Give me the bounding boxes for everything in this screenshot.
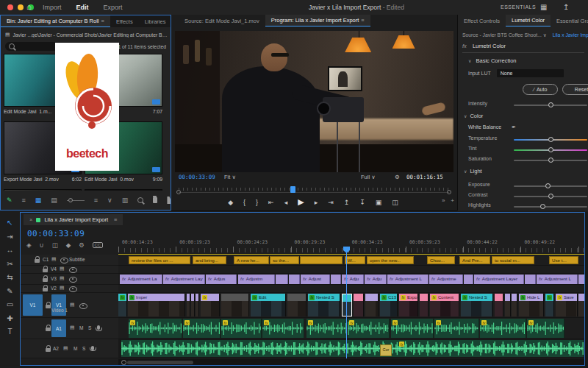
timeline-timecode[interactable]: 00:00:33:09 [27, 229, 85, 238]
lock-track-icon[interactable] [46, 348, 51, 352]
rectangle-tool[interactable]: ▭ [7, 301, 13, 308]
subtitle-clip[interactable]: A new he... [234, 256, 269, 264]
scroll-knob[interactable] [121, 360, 126, 365]
video-clip[interactable]: fxHide L [519, 294, 544, 316]
video-clip[interactable] [221, 294, 249, 316]
video-clip[interactable] [342, 294, 352, 316]
video-clip[interactable]: fxExpo [399, 294, 418, 316]
tab-source-monitor[interactable]: Source: Edit Mode Javi_1.mov [179, 15, 265, 26]
lumetri-sequence-link[interactable]: Lila x Javier Import Export [553, 32, 588, 38]
video-clip[interactable]: fxNested S [461, 294, 493, 316]
scrub-right-handle[interactable] [447, 190, 451, 194]
adjustment-layer-clip[interactable]: fxAdjustment L [387, 275, 429, 284]
program-timecode[interactable]: 00:00:33:09 [179, 174, 215, 180]
new-bin-icon[interactable] [153, 197, 157, 203]
clip-name[interactable]: Edit Mode Javi_1.m... [4, 109, 51, 114]
reset-button[interactable]: Reset [562, 84, 588, 95]
tab-lumetri-color[interactable]: Lumetri Color [506, 15, 551, 26]
video-clip[interactable] [354, 294, 364, 316]
adjustment-layer-clip[interactable] [276, 275, 288, 284]
selection-tool[interactable]: ↖ [7, 219, 12, 227]
subtitle-clip[interactable]: and bring... [193, 256, 226, 264]
type-tool[interactable]: T [7, 328, 12, 336]
tab-essential-graphics[interactable]: Essential Graphics [551, 15, 588, 26]
music-audio-clip[interactable]: fxCor [121, 340, 584, 357]
mark-in-icon[interactable]: { [243, 199, 245, 206]
sort-chevron-icon[interactable]: ∨ [107, 197, 112, 204]
track-badge-v4[interactable]: V4 [51, 266, 57, 272]
video-clip[interactable]: fxContent [430, 294, 459, 316]
section-color[interactable]: ∨Color [464, 113, 483, 119]
workspace-label[interactable]: ESSENTIALS [501, 4, 536, 10]
section-basic-correction[interactable]: ∨ Basic Correction [468, 57, 517, 64]
target-track-a1[interactable]: A1 [51, 319, 66, 337]
track-meta-icon[interactable]: ▤ [51, 256, 56, 262]
sequence-tab[interactable]: × Lila x Javier Import Export ≡ [24, 214, 123, 225]
adjustment-layer-clip[interactable]: fxAdjust [301, 275, 330, 284]
temperature-slider-thumb[interactable] [548, 137, 553, 142]
adjustment-layer-clip[interactable]: fxAdjustment La [120, 275, 162, 284]
time-ruler[interactable]: 00:00:14:2300:00:19:2300:00:24:2300:00:2… [118, 239, 585, 247]
adjustment-layer-clip[interactable] [525, 275, 536, 284]
lock-track-icon[interactable] [35, 259, 40, 263]
track-head-a2[interactable]: A2▤MS [21, 339, 118, 358]
subtitle-clip[interactable] [300, 256, 343, 264]
section-light[interactable]: ∨Light [464, 168, 482, 174]
track-meta-icon[interactable]: ▤ [63, 345, 68, 351]
input-lut-select[interactable]: None [497, 69, 564, 77]
video-clip[interactable] [578, 294, 585, 316]
mute-track-button[interactable]: M [79, 325, 83, 330]
subtitle-clip[interactable]: to social m... [492, 256, 534, 264]
toggle-track-output-icon[interactable] [60, 258, 68, 263]
video-clip[interactable]: fxImper [128, 294, 185, 316]
intensity-slider-thumb[interactable] [548, 102, 553, 107]
sort-icon[interactable]: ≡ [94, 197, 98, 204]
highlights-slider-thumb[interactable] [540, 204, 545, 209]
track-name-subtitle[interactable]: Subtitle [69, 257, 85, 262]
exposure-slider[interactable] [514, 185, 587, 187]
close-window-button[interactable] [7, 4, 13, 10]
video-clip[interactable] [191, 294, 195, 316]
temperature-slider[interactable] [514, 139, 587, 141]
subtitle-clip[interactable]: Use t... [549, 256, 578, 264]
saturation-slider[interactable] [514, 160, 587, 161]
freeform-view-icon[interactable]: ▤ [51, 197, 57, 204]
v2-lane[interactable] [118, 285, 585, 293]
track-head-v3[interactable]: V3▤ [21, 274, 118, 285]
export-frame-icon[interactable]: ▣ [376, 199, 382, 206]
audio-clip[interactable]: fx [306, 319, 347, 338]
audio-clip[interactable]: fx [262, 319, 304, 338]
folder-up-icon[interactable]: ▤ [5, 32, 10, 38]
lock-track-icon[interactable] [43, 269, 48, 272]
track-meta-icon[interactable]: ▤ [70, 325, 74, 330]
video-clip[interactable] [420, 294, 429, 316]
menu-tab-export[interactable]: Export [104, 4, 123, 11]
clip-thumbnail[interactable] [85, 189, 162, 191]
comparison-view-icon[interactable]: ◫ [392, 199, 398, 206]
track-head-v4[interactable]: V4▤ [21, 266, 118, 274]
add-marker-icon[interactable]: ◆ [228, 199, 233, 206]
lock-track-icon[interactable] [43, 288, 48, 291]
go-to-out-icon[interactable]: ⇥ [328, 199, 334, 206]
toggle-track-output-icon[interactable] [69, 286, 77, 292]
tint-slider[interactable] [514, 149, 587, 151]
subtitle-clip[interactable]: W... [345, 256, 365, 264]
timeline-hscrollbar[interactable] [118, 359, 585, 366]
video-clip[interactable] [512, 294, 517, 316]
audio-clip[interactable]: fx [129, 319, 182, 338]
subtitle-clip[interactable]: so the... [270, 256, 299, 264]
subtitle-clip[interactable]: And Pre... [459, 256, 490, 264]
video-clip[interactable]: fxC13 [380, 294, 398, 316]
track-badge-a2[interactable]: A2 [53, 346, 59, 351]
lumetri-source-row[interactable]: Source - Javier BTS Coffee Shoot... ∨ Li… [462, 32, 588, 38]
bin-breadcrumb[interactable]: ▤ Javier ...ge\Javier - Commercial Shots… [5, 30, 168, 39]
adjustment-layer-clip[interactable] [289, 275, 300, 284]
subtitle-clip[interactable]: open the new... [367, 256, 414, 264]
track-head-subtitle[interactable]: C1▤Subtitle [21, 255, 118, 266]
panel-menu-icon[interactable]: ≡ [361, 17, 364, 24]
mark-out-icon[interactable]: } [256, 199, 258, 206]
video-clip[interactable] [505, 294, 511, 316]
solo-track-button[interactable]: S [88, 325, 91, 330]
audio-clip[interactable]: fx [434, 319, 479, 338]
zoom-slider[interactable] [67, 197, 85, 203]
